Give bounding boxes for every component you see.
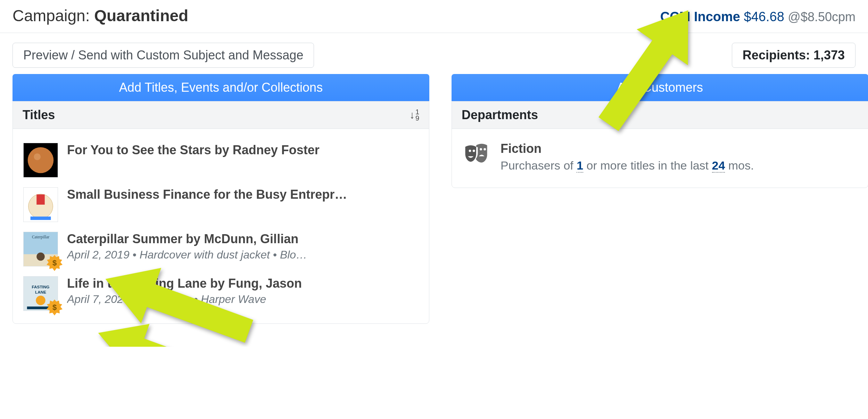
- preview-send-button[interactable]: Preview / Send with Custom Subject and M…: [13, 43, 314, 68]
- svg-text:LANE: LANE: [35, 290, 46, 294]
- theater-masks-icon: [464, 141, 489, 172]
- svg-point-2: [34, 153, 41, 160]
- departments-panel-header: Departments: [452, 101, 868, 129]
- campaign-prefix: Campaign:: [13, 7, 94, 25]
- list-item[interactable]: Caterpillar $ Caterpillar Summer by McDu…: [20, 225, 422, 270]
- list-item[interactable]: FASTINGLANE $ Life in the Fasting Lane b…: [20, 270, 422, 314]
- svg-point-1: [28, 147, 53, 173]
- dept-months[interactable]: 24: [712, 159, 725, 173]
- titles-panel: Titles ↓19 For You to See the Stars by R…: [13, 101, 429, 324]
- title-name: Life in the Fasting Lane by Fung, Jason: [67, 276, 419, 291]
- income-label: CCM Income: [660, 9, 740, 24]
- sort-icon[interactable]: ↓19: [410, 109, 419, 121]
- income-summary: CCM Income $46.68 @$8.50cpm: [660, 9, 855, 24]
- title-name: Small Business Finance for the Busy Entr…: [67, 187, 419, 202]
- dollar-badge-icon: $: [47, 299, 63, 315]
- list-item[interactable]: For You to See the Stars by Radney Foste…: [20, 137, 422, 181]
- title-name: For You to See the Stars by Radney Foste…: [67, 143, 419, 157]
- header-row: Campaign: Quarantined CCM Income $46.68 …: [0, 0, 868, 33]
- campaign-name: Quarantined: [94, 7, 188, 25]
- department-name: Fiction: [501, 141, 754, 156]
- book-thumbnail: Caterpillar $: [23, 232, 58, 266]
- svg-rect-6: [31, 216, 51, 220]
- add-customers-button[interactable]: Add Customers: [452, 74, 868, 101]
- controls-row: Preview / Send with Custom Subject and M…: [0, 33, 868, 74]
- svg-rect-5: [36, 195, 45, 205]
- departments-panel-title: Departments: [462, 108, 538, 122]
- departments-panel: Departments Fiction Purchasers of 1 or m…: [452, 101, 868, 188]
- add-titles-button[interactable]: Add Titles, Events and/or Collections: [13, 74, 429, 101]
- book-thumbnail: FASTINGLANE $: [23, 276, 58, 311]
- income-cpm: @$8.50cpm: [788, 10, 855, 24]
- title-meta: April 7, 2020 • Hardcover • Harper Wave: [67, 293, 419, 306]
- svg-point-16: [36, 296, 45, 305]
- income-amount: $46.68: [744, 9, 784, 24]
- svg-text:Caterpillar: Caterpillar: [32, 235, 49, 239]
- title-name: Caterpillar Summer by McDunn, Gillian: [67, 232, 419, 246]
- recipients-label: Recipients:: [743, 48, 813, 62]
- title-meta: April 2, 2019 • Hardcover with dust jack…: [67, 248, 419, 261]
- titles-list: For You to See the Stars by Radney Foste…: [13, 129, 429, 323]
- svg-text:$: $: [52, 303, 57, 312]
- titles-panel-title: Titles: [23, 108, 55, 122]
- list-item[interactable]: Small Business Finance for the Busy Entr…: [20, 181, 422, 225]
- dept-count-titles[interactable]: 1: [577, 159, 583, 173]
- book-thumbnail: [23, 143, 58, 178]
- svg-text:FASTING: FASTING: [32, 285, 50, 289]
- book-thumbnail: [23, 187, 58, 222]
- recipients-button[interactable]: Recipients: 1,373: [732, 43, 855, 68]
- recipients-count: 1,373: [813, 48, 845, 62]
- titles-panel-header: Titles ↓19: [13, 101, 429, 129]
- department-description: Purchasers of 1 or more titles in the la…: [501, 159, 754, 172]
- svg-point-9: [36, 253, 45, 261]
- page-title: Campaign: Quarantined: [13, 6, 188, 25]
- svg-text:$: $: [52, 258, 57, 267]
- dollar-badge-icon: $: [47, 255, 63, 271]
